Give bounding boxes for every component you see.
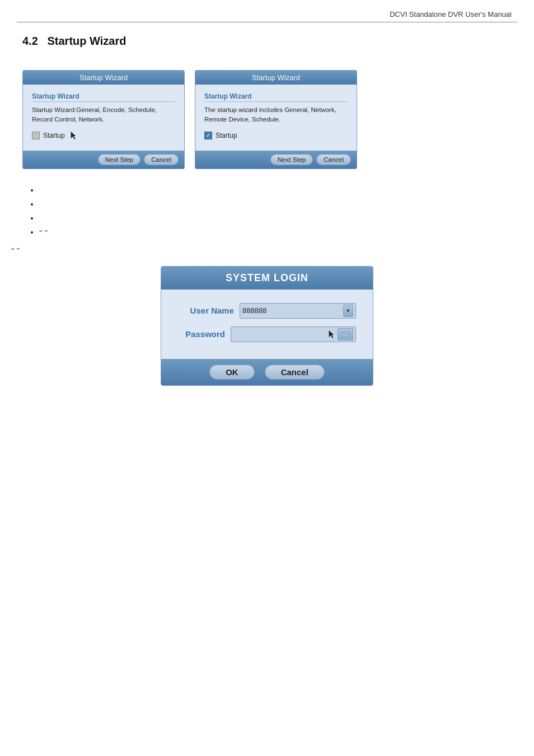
wizard-right-body: Startup Wizard The startup wizard includ… (195, 85, 357, 151)
login-footer: OK Cancel (161, 359, 373, 385)
bullet-list: “ ” (0, 180, 534, 245)
manual-title: DCVI Standalone DVR User's Manual (390, 10, 512, 18)
page-header: DCVI Standalone DVR User's Manual (0, 0, 534, 22)
bullet-item-4: “ ” (39, 228, 512, 237)
username-label: User Name (178, 306, 234, 315)
svg-rect-10 (347, 334, 348, 335)
wizard-right-label: Startup Wizard (204, 92, 348, 102)
wizard-dialog-right: Startup Wizard Startup Wizard The startu… (195, 70, 357, 169)
wizard-left-label: Startup Wizard (32, 92, 175, 102)
wizard-left-titlebar: Startup Wizard (23, 71, 184, 85)
username-input-wrap: ▼ (240, 303, 356, 319)
wizard-right-footer: Next Step Cancel (195, 151, 357, 169)
password-input[interactable] (233, 330, 327, 338)
svg-rect-7 (342, 334, 343, 335)
wizard-left-desc: Startup Wizard:General, Encode, Schedule… (32, 105, 175, 125)
keyboard-btn[interactable] (338, 328, 353, 340)
bullet-item-2 (39, 200, 512, 208)
login-container: SYSTEM LOGIN User Name ▼ Password (0, 255, 534, 403)
svg-rect-11 (343, 335, 348, 337)
wizard-left-checkbox[interactable] (32, 132, 40, 139)
wizard-right-next-btn[interactable]: Next Step (270, 154, 313, 165)
login-body: User Name ▼ Password (161, 290, 373, 359)
wizard-left-body: Startup Wizard Startup Wizard:General, E… (23, 85, 184, 151)
cursor-icon-left (71, 132, 76, 139)
wizard-right-checkbox-label: Startup (216, 132, 237, 139)
svg-rect-9 (345, 334, 346, 335)
section-title: 4.2 Startup Wizard (0, 22, 534, 53)
svg-rect-4 (344, 332, 345, 333)
svg-marker-1 (329, 330, 334, 338)
password-label: Password (178, 329, 225, 339)
svg-rect-6 (347, 332, 348, 333)
login-username-row: User Name ▼ (178, 303, 356, 319)
wizard-left-checkbox-label: Startup (43, 132, 65, 139)
username-input[interactable] (242, 306, 343, 315)
login-password-row: Password (178, 326, 356, 342)
wizard-right-desc: The startup wizard includes General, Net… (204, 105, 348, 125)
bullet-sub-text: “ ” (0, 246, 534, 255)
svg-rect-5 (345, 332, 346, 333)
wizard-left-next-btn[interactable]: Next Step (98, 154, 141, 165)
svg-marker-0 (71, 132, 76, 139)
login-dialog: SYSTEM LOGIN User Name ▼ Password (161, 266, 373, 386)
login-cancel-btn[interactable]: Cancel (265, 365, 325, 380)
svg-rect-3 (342, 332, 343, 333)
password-input-wrap (231, 326, 356, 342)
wizard-area: Startup Wizard Startup Wizard Startup Wi… (0, 53, 534, 180)
password-cursor-icon (329, 330, 334, 338)
bullet-item-4-quote-open: “ (39, 228, 43, 236)
wizard-left-startup-row: Startup (32, 132, 175, 139)
bullet-sub-quote-open: “ (11, 246, 15, 254)
wizard-right-checkbox[interactable]: ✓ (204, 132, 212, 139)
wizard-right-cancel-btn[interactable]: Cancel (316, 154, 351, 165)
username-dropdown-btn[interactable]: ▼ (343, 305, 353, 317)
wizard-left-cancel-btn[interactable]: Cancel (144, 154, 179, 165)
wizard-dialog-left: Startup Wizard Startup Wizard Startup Wi… (22, 70, 185, 169)
svg-rect-8 (344, 334, 345, 335)
keyboard-icon (341, 332, 350, 337)
bullet-item-1 (39, 186, 512, 194)
wizard-right-titlebar: Startup Wizard (195, 71, 357, 85)
bullet-sub-quote-close: ” (16, 246, 20, 254)
bullet-item-3 (39, 214, 512, 222)
bullet-item-4-quote-close: ” (44, 228, 48, 236)
login-titlebar: SYSTEM LOGIN (161, 267, 373, 290)
wizard-right-startup-row: ✓ Startup (204, 132, 348, 139)
login-ok-btn[interactable]: OK (209, 365, 255, 380)
wizard-left-footer: Next Step Cancel (23, 151, 184, 169)
